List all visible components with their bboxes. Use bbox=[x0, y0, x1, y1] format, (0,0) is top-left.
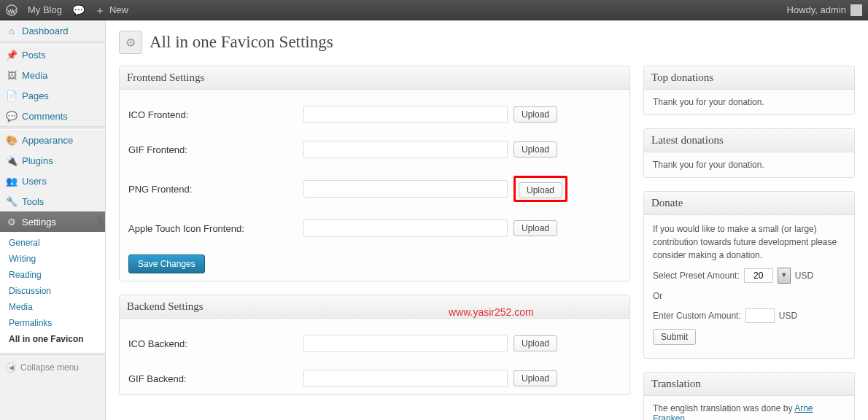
sub-media[interactable]: Media bbox=[0, 299, 105, 315]
frontend-heading: Frontend Settings bbox=[120, 66, 629, 90]
ico-frontend-upload-button[interactable]: Upload bbox=[514, 106, 557, 122]
howdy-text: Howdy, admin bbox=[787, 4, 846, 15]
ico-frontend-input[interactable] bbox=[303, 106, 508, 123]
custom-label: Enter Custom Amount: bbox=[653, 309, 741, 322]
sub-discussion[interactable]: Discussion bbox=[0, 283, 105, 299]
top-donations-heading: Top donations bbox=[644, 66, 854, 90]
apple-frontend-input[interactable] bbox=[303, 219, 508, 237]
ico-backend-label: ICO Backend: bbox=[128, 338, 303, 349]
page-icon: 📄 bbox=[6, 90, 18, 101]
collapse-icon: ◀ bbox=[6, 362, 16, 373]
home-icon: ⌂ bbox=[6, 25, 18, 36]
sidebar-item-tools[interactable]: 🔧Tools bbox=[0, 191, 105, 211]
gif-backend-upload-button[interactable]: Upload bbox=[514, 370, 557, 386]
backend-settings-box: Backend Settings ICO Backend: Upload GIF… bbox=[119, 295, 630, 395]
sidebar-label-appearance: Appearance bbox=[22, 135, 73, 146]
latest-donations-text: Thank you for your donation. bbox=[644, 152, 854, 177]
top-donations-box: Top donations Thank you for your donatio… bbox=[643, 66, 855, 115]
media-icon: 🖼 bbox=[6, 69, 18, 81]
admin-sidebar: ⌂Dashboard 📌Posts 🖼Media 📄Pages 💬Comment… bbox=[0, 20, 106, 420]
sidebar-label-comments: Comments bbox=[22, 111, 68, 122]
sidebar-item-dashboard[interactable]: ⌂Dashboard bbox=[0, 20, 105, 41]
apple-frontend-upload-button[interactable]: Upload bbox=[514, 220, 557, 236]
backend-heading: Backend Settings bbox=[120, 295, 629, 319]
frontend-settings-box: Frontend Settings ICO Frontend: Upload G… bbox=[119, 66, 630, 281]
apple-frontend-label: Apple Touch Icon Frontend: bbox=[128, 223, 303, 234]
preset-dropdown-button[interactable]: ▼ bbox=[778, 268, 791, 284]
sidebar-item-users[interactable]: 👥Users bbox=[0, 171, 105, 191]
custom-amount-input[interactable] bbox=[745, 308, 775, 323]
donate-box: Donate If you would like to make a small… bbox=[643, 191, 855, 359]
avatar-icon bbox=[850, 4, 862, 16]
donate-or: Or bbox=[653, 289, 845, 303]
gif-frontend-upload-button[interactable]: Upload bbox=[514, 141, 557, 158]
sidebar-label-pages: Pages bbox=[22, 90, 49, 101]
latest-donations-box: Latest donations Thank you for your dona… bbox=[643, 128, 855, 178]
page-title: All in one Favicon Settings bbox=[150, 33, 333, 52]
new-content[interactable]: ＋New bbox=[95, 4, 128, 15]
sidebar-item-comments[interactable]: 💬Comments bbox=[0, 106, 105, 126]
donate-heading: Donate bbox=[644, 192, 854, 215]
currency-label-2: USD bbox=[779, 309, 797, 322]
users-icon: 👥 bbox=[6, 175, 18, 187]
sidebar-label-settings: Settings bbox=[22, 217, 56, 228]
appearance-icon: 🎨 bbox=[6, 134, 18, 146]
ico-frontend-label: ICO Frontend: bbox=[128, 109, 303, 120]
sub-favicon[interactable]: All in one Favicon bbox=[0, 331, 105, 347]
gif-frontend-input[interactable] bbox=[303, 141, 508, 158]
settings-submenu: General Writing Reading Discussion Media… bbox=[0, 232, 105, 353]
gif-backend-input[interactable] bbox=[303, 370, 508, 387]
gif-backend-label: GIF Backend: bbox=[128, 373, 303, 384]
sub-writing[interactable]: Writing bbox=[0, 251, 105, 267]
png-frontend-label: PNG Frontend: bbox=[128, 184, 303, 195]
sidebar-label-users: Users bbox=[22, 176, 47, 187]
tools-icon: 🔧 bbox=[6, 195, 18, 207]
sidebar-item-plugins[interactable]: 🔌Plugins bbox=[0, 150, 105, 171]
currency-label: USD bbox=[795, 269, 813, 282]
donate-submit-button[interactable]: Submit bbox=[653, 329, 696, 345]
sub-permalinks[interactable]: Permalinks bbox=[0, 315, 105, 331]
plus-icon: ＋ bbox=[95, 5, 105, 15]
sub-general[interactable]: General bbox=[0, 235, 105, 251]
top-donations-text: Thank you for your donation. bbox=[644, 90, 854, 114]
translation-period: . bbox=[685, 413, 687, 420]
translation-text: The english translation was done by bbox=[653, 403, 794, 413]
donate-text: If you would like to make a small (or la… bbox=[653, 222, 845, 262]
latest-donations-heading: Latest donations bbox=[644, 129, 854, 152]
site-name-link[interactable]: My Blog bbox=[28, 4, 62, 15]
sidebar-label-media: Media bbox=[22, 70, 47, 81]
png-frontend-input[interactable] bbox=[303, 180, 508, 198]
translation-box: Translation The english translation was … bbox=[643, 372, 855, 420]
wp-logo[interactable] bbox=[6, 4, 18, 16]
save-changes-button[interactable]: Save Changes bbox=[128, 254, 205, 273]
page-title-icon: ⚙ bbox=[119, 31, 142, 54]
sidebar-label-plugins: Plugins bbox=[22, 155, 53, 166]
png-frontend-upload-button[interactable]: Upload bbox=[519, 182, 562, 198]
sub-reading[interactable]: Reading bbox=[0, 267, 105, 283]
sidebar-label-tools: Tools bbox=[22, 196, 44, 207]
comment-icon: 💬 bbox=[6, 110, 18, 122]
gif-frontend-label: GIF Frontend: bbox=[128, 144, 303, 155]
sidebar-item-posts[interactable]: 📌Posts bbox=[0, 44, 105, 65]
translation-heading: Translation bbox=[644, 373, 854, 396]
new-label: New bbox=[109, 4, 128, 15]
admin-bar: My Blog 💬 ＋New Howdy, admin bbox=[0, 0, 868, 20]
howdy-account[interactable]: Howdy, admin bbox=[787, 4, 862, 16]
sidebar-item-settings[interactable]: ⚙Settings bbox=[0, 211, 105, 232]
sidebar-item-pages[interactable]: 📄Pages bbox=[0, 85, 105, 106]
ico-backend-input[interactable] bbox=[303, 335, 508, 352]
sidebar-label-posts: Posts bbox=[22, 50, 46, 61]
settings-icon: ⚙ bbox=[6, 216, 18, 228]
sidebar-item-appearance[interactable]: 🎨Appearance bbox=[0, 130, 105, 150]
sidebar-item-media[interactable]: 🖼Media bbox=[0, 65, 105, 85]
pin-icon: 📌 bbox=[6, 49, 18, 61]
collapse-label: Collapse menu bbox=[20, 362, 79, 373]
png-upload-highlight: Upload bbox=[514, 176, 567, 202]
plugin-icon: 🔌 bbox=[6, 155, 18, 166]
collapse-menu[interactable]: ◀Collapse menu bbox=[0, 357, 105, 378]
comments-bubble[interactable]: 💬 bbox=[72, 5, 85, 15]
preset-label: Select Preset Amount: bbox=[653, 269, 740, 282]
sidebar-label-dashboard: Dashboard bbox=[22, 26, 69, 36]
preset-amount-input[interactable] bbox=[744, 268, 773, 283]
ico-backend-upload-button[interactable]: Upload bbox=[514, 335, 557, 351]
